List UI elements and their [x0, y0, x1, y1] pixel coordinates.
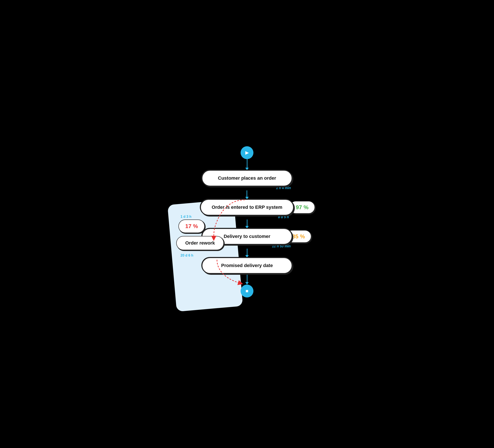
time-label-11h53min: 11 h 53 min	[272, 244, 291, 248]
diagram-container: 1 d 3 h 17 % Order rework 20 d 6 h ▶ Cus…	[174, 142, 320, 306]
start-button[interactable]: ▶	[241, 146, 253, 159]
step2-row: Order is entered to ERP system 97 %	[200, 199, 294, 215]
rework-area: 1 d 3 h 17 % Order rework 20 d 6 h	[174, 215, 243, 257]
end-button[interactable]: ■	[241, 285, 253, 297]
play-icon: ▶	[245, 150, 249, 155]
badge-85-value: 85 %	[292, 233, 305, 240]
rework-percentage: 17 %	[178, 220, 205, 233]
connector-step4-end	[247, 273, 247, 285]
step1-label: Customer places an order	[218, 175, 276, 181]
connector-step1-step2: 1 h 4 min	[203, 186, 291, 199]
badge-97-value: 97 %	[296, 204, 309, 211]
rework-time-top: 1 d 3 h	[181, 215, 191, 219]
step1-box: Customer places an order	[202, 170, 292, 186]
connector-start-step1	[247, 159, 247, 170]
step2-label: Order is entered to ERP system	[212, 204, 282, 210]
time-label-1h4min: 1 h 4 min	[276, 186, 291, 190]
step4-label: Promised delivery date	[221, 263, 273, 268]
rework-box: Order rework	[176, 236, 224, 250]
rework-time-bottom: 20 d 6 h	[181, 254, 193, 257]
step4-box: Promised delivery date	[202, 258, 292, 273]
step2-box: Order is entered to ERP system	[200, 199, 294, 215]
stop-icon: ■	[246, 288, 248, 294]
time-label-8d5h: 8 d 5 h	[278, 215, 289, 219]
